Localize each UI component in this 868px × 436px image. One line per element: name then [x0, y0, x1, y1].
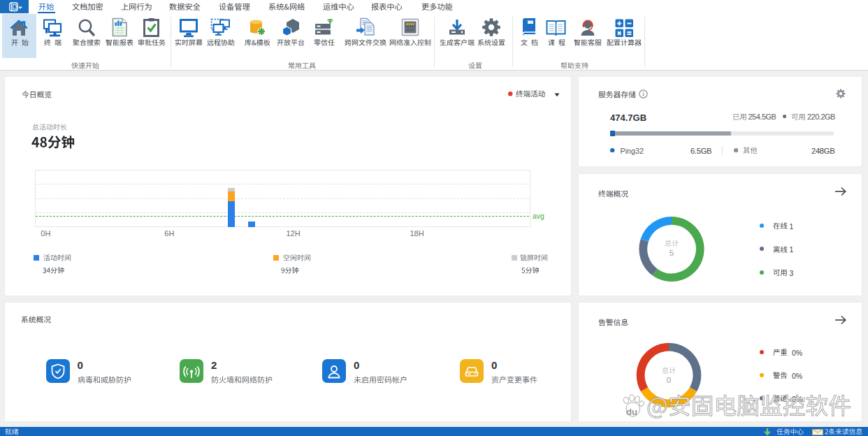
- svg-text:du: du: [626, 407, 637, 417]
